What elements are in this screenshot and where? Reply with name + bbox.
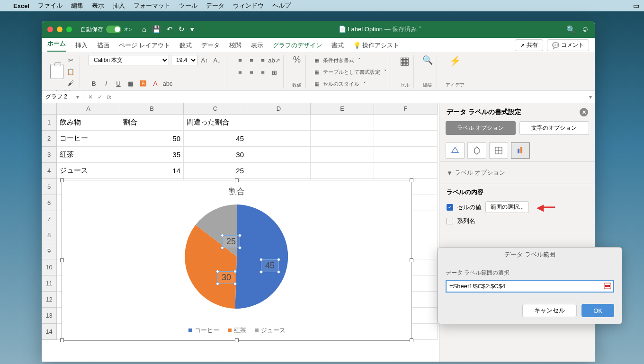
cell[interactable] xyxy=(374,131,438,147)
align-right-icon[interactable]: ≡ xyxy=(258,67,268,78)
legend-juice[interactable]: ジュース xyxy=(255,326,286,335)
worksheet[interactable]: A B C D E F 1 2 3 4 5 6 7 8 9 10 11 12 1… xyxy=(42,103,439,362)
cut-icon[interactable]: ✂ xyxy=(65,55,76,65)
cells-icon[interactable]: ▦ xyxy=(400,55,410,67)
cell[interactable] xyxy=(247,115,311,131)
menu-view[interactable]: 表示 xyxy=(92,1,104,10)
label-options-icon[interactable] xyxy=(511,142,530,159)
copy-icon[interactable]: 📋 xyxy=(65,66,76,77)
ok-button[interactable]: OK xyxy=(581,304,614,317)
menu-edit[interactable]: 編集 xyxy=(71,1,83,10)
menu-window[interactable]: ウィンドウ xyxy=(233,1,264,10)
row-header[interactable]: 2 xyxy=(42,131,57,147)
cell[interactable] xyxy=(247,163,311,179)
ideas-icon[interactable]: ⚡ xyxy=(449,55,461,66)
col-header[interactable]: B xyxy=(120,103,184,115)
merge-icon[interactable]: ⊞ xyxy=(269,67,279,78)
data-label-juice[interactable]: 25 xyxy=(222,235,240,248)
checkbox-series-name[interactable] xyxy=(447,218,453,224)
cell[interactable]: 30 xyxy=(184,147,247,163)
home-icon[interactable]: ⌂ xyxy=(142,25,146,34)
tab-format[interactable]: 書式 xyxy=(331,41,344,50)
cell[interactable] xyxy=(311,115,374,131)
tab-page-layout[interactable]: ページ レイアウト xyxy=(119,41,170,50)
legend-coffee[interactable]: コーヒー xyxy=(188,326,219,335)
maximize-button[interactable] xyxy=(66,27,72,32)
tab-formulas[interactable]: 数式 xyxy=(179,41,192,50)
legend-tea[interactable]: 紅茶 xyxy=(228,326,246,335)
chart-handle[interactable] xyxy=(235,178,239,182)
undo-icon[interactable]: ↶ xyxy=(167,25,173,34)
align-left-icon[interactable]: ≡ xyxy=(235,67,245,78)
cancel-button[interactable]: キャンセル xyxy=(522,304,577,317)
size-props-icon[interactable] xyxy=(489,142,508,159)
chart-title[interactable]: 割合 xyxy=(62,180,411,200)
cell[interactable] xyxy=(247,131,311,147)
menu-insert[interactable]: 挿入 xyxy=(113,1,125,10)
decrease-font-icon[interactable]: A↓ xyxy=(212,55,222,65)
font-size-select[interactable]: 19.4 xyxy=(171,55,197,65)
row-header[interactable]: 9 xyxy=(42,243,57,259)
cell[interactable]: 割合 xyxy=(120,115,184,131)
tab-insert[interactable]: 挿入 xyxy=(75,41,88,50)
percent-icon[interactable]: % xyxy=(293,55,301,65)
pie-chart[interactable]: 割合 45 30 xyxy=(62,180,412,341)
row-header[interactable]: 12 xyxy=(42,292,57,308)
fill-line-icon[interactable] xyxy=(446,142,465,159)
menu-data[interactable]: データ xyxy=(206,1,224,10)
select-range-button[interactable]: 範囲の選択... xyxy=(485,201,529,213)
data-label-tea[interactable]: 30 xyxy=(217,271,235,284)
share-button[interactable]: ↗ 共有 xyxy=(515,39,543,51)
section-label-options[interactable]: ▼ ラベル オプション xyxy=(447,166,588,180)
chart-handle[interactable] xyxy=(410,178,413,182)
col-header[interactable]: D xyxy=(247,103,311,115)
phonetic-icon[interactable]: abc xyxy=(162,78,173,89)
data-label-coffee[interactable]: 45 xyxy=(261,259,279,272)
cell[interactable] xyxy=(374,163,438,179)
pie-slice-coffee[interactable] xyxy=(235,204,288,309)
bold-button[interactable]: B xyxy=(89,78,99,89)
find-icon[interactable]: 🔍 xyxy=(422,55,433,65)
chart-handle[interactable] xyxy=(60,338,64,342)
autosave-toggle[interactable] xyxy=(106,26,121,33)
menu-help[interactable]: ヘルプ xyxy=(272,1,291,10)
row-header[interactable]: 6 xyxy=(42,195,57,211)
close-panel-icon[interactable]: ✕ xyxy=(580,108,588,116)
minimize-button[interactable] xyxy=(57,27,63,32)
tab-home[interactable]: ホーム xyxy=(47,39,66,52)
cell[interactable] xyxy=(374,147,438,163)
cell[interactable]: ジュース xyxy=(57,163,120,179)
chart-handle[interactable] xyxy=(60,178,64,182)
close-button[interactable] xyxy=(47,27,53,32)
menu-tools[interactable]: ツール xyxy=(179,1,197,10)
paste-icon[interactable] xyxy=(50,64,63,79)
col-header[interactable]: F xyxy=(374,103,438,115)
align-middle-icon[interactable]: ≡ xyxy=(246,55,257,65)
cell[interactable]: 14 xyxy=(120,163,184,179)
row-header[interactable]: 1 xyxy=(42,115,57,131)
chart-legend[interactable]: コーヒー 紅茶 ジュース xyxy=(62,326,411,335)
underline-button[interactable]: U xyxy=(113,78,124,89)
fx-icon[interactable]: fx xyxy=(107,94,111,100)
increase-font-icon[interactable]: A↑ xyxy=(199,55,210,65)
menu-file[interactable]: ファイル xyxy=(38,1,63,10)
airplay-icon[interactable]: ▭ xyxy=(633,2,639,9)
tab-view[interactable]: 表示 xyxy=(251,41,263,50)
cell[interactable] xyxy=(374,115,438,131)
range-input[interactable]: =Sheet1!$C$2:$C$4 xyxy=(446,280,614,293)
expand-formula-icon[interactable]: ▾ xyxy=(586,94,595,100)
cell[interactable]: 間違った割合 xyxy=(184,115,247,131)
cell[interactable]: 50 xyxy=(120,131,184,147)
italic-button[interactable]: I xyxy=(101,78,111,89)
row-header[interactable]: 14 xyxy=(42,324,57,340)
cell[interactable]: 飲み物 xyxy=(57,115,120,131)
row-header[interactable]: 13 xyxy=(42,308,57,324)
qat-dropdown-icon[interactable]: ▾ xyxy=(190,25,194,34)
effects-icon[interactable] xyxy=(467,142,486,159)
search-icon[interactable]: 🔍 xyxy=(566,25,576,34)
col-header[interactable]: C xyxy=(184,103,247,115)
table-format-button[interactable]: ▦ テーブルとして書式設定 ˅ xyxy=(314,67,387,78)
redo-icon[interactable]: ↻ xyxy=(179,25,185,34)
chart-handle[interactable] xyxy=(410,258,413,262)
align-top-icon[interactable]: ≡ xyxy=(235,55,245,65)
